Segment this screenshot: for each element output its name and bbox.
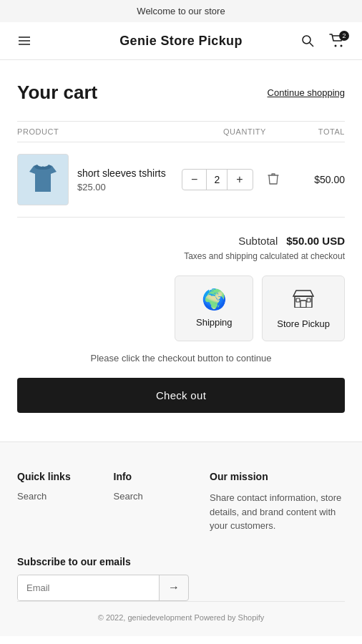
store-title: Genie Store Pickup — [119, 34, 243, 49]
subscribe-section: Subscribe to our emails → — [17, 556, 345, 601]
decrease-qty-button[interactable]: − — [182, 170, 206, 190]
subtotal-value: $50.00 USD — [286, 235, 345, 247]
product-price: $25.00 — [77, 182, 173, 192]
tax-note: Taxes and shipping calculated at checkou… — [17, 251, 345, 261]
footer-info-search[interactable]: Search — [114, 491, 182, 502]
product-image — [17, 154, 69, 205]
svg-rect-8 — [300, 301, 306, 308]
main-content: Your cart Continue shopping PRODUCT QUAN… — [0, 60, 362, 441]
footer-col-mission: Our mission Share contact information, s… — [210, 471, 345, 533]
svg-rect-9 — [296, 298, 300, 302]
header: Genie Store Pickup 2 — [0, 22, 362, 60]
footer-quick-links-search[interactable]: Search — [17, 491, 85, 502]
footer-col-info: Info Search — [114, 471, 182, 533]
footer-quick-links-title: Quick links — [17, 471, 85, 482]
pickup-option-label: Store Pickup — [277, 318, 330, 329]
footer-info-title: Info — [114, 471, 182, 482]
cart-button[interactable]: 2 — [326, 31, 348, 51]
email-submit-button[interactable]: → — [159, 575, 188, 600]
svg-point-6 — [341, 45, 343, 47]
footer: Quick links Search Info Search Our missi… — [0, 441, 362, 636]
svg-rect-10 — [307, 298, 310, 302]
footer-col-quick-links: Quick links Search — [17, 471, 85, 533]
search-button[interactable] — [298, 31, 318, 51]
store-icon — [292, 288, 315, 313]
footer-mission-text: Share contact information, store details… — [210, 491, 345, 533]
quantity-value: 2 — [206, 170, 228, 190]
delete-item-button[interactable] — [262, 168, 285, 192]
shipping-option-shipping[interactable]: 🌍 Shipping — [175, 275, 253, 341]
table-headers: PRODUCT QUANTITY TOTAL — [17, 121, 345, 142]
banner-text: Welcome to our store — [137, 6, 225, 16]
subtotal-row: Subtotal $50.00 USD — [17, 235, 345, 247]
subtotal-label: Subtotal — [238, 235, 278, 247]
increase-qty-button[interactable]: + — [228, 170, 251, 190]
svg-point-5 — [335, 45, 337, 47]
footer-mission-title: Our mission — [210, 471, 345, 482]
product-info: short sleeves tshirts $25.00 — [77, 167, 173, 192]
email-form: → — [17, 575, 189, 601]
cart-badge: 2 — [339, 31, 349, 41]
item-right: − 2 + $50.00 — [182, 168, 345, 192]
search-icon — [300, 34, 315, 48]
item-total: $50.00 — [288, 174, 345, 185]
header-left — [14, 31, 50, 51]
shipping-options: 🌍 Shipping Store Pickup — [17, 275, 345, 341]
store-building-icon — [292, 288, 315, 308]
subscribe-title: Subscribe to our emails — [17, 556, 345, 567]
quantity-controls: − 2 + — [182, 169, 253, 190]
menu-button[interactable] — [14, 31, 34, 51]
col-total-header: TOTAL — [288, 127, 345, 136]
email-input[interactable] — [18, 575, 159, 600]
footer-bottom: © 2022, geniedevelopment Powered by Shop… — [17, 601, 345, 622]
checkout-button[interactable]: Check out — [17, 378, 345, 413]
top-banner: Welcome to our store — [0, 0, 362, 22]
col-quantity-header: QUANTITY — [202, 127, 288, 136]
trash-icon — [268, 172, 279, 185]
col-product-header: PRODUCT — [17, 127, 202, 136]
shipping-option-label: Shipping — [196, 317, 233, 328]
footer-columns: Quick links Search Info Search Our missi… — [17, 471, 345, 533]
cart-item: short sleeves tshirts $25.00 − 2 + $50.0… — [17, 142, 345, 218]
checkout-message: Please click the checkout button to cont… — [17, 353, 345, 364]
continue-shopping-link[interactable]: Continue shopping — [268, 87, 345, 98]
footer-copyright: © 2022, geniedevelopment Powered by Shop… — [98, 613, 265, 622]
cart-icon-wrapper: 2 — [329, 34, 345, 48]
header-right: 2 — [312, 31, 348, 51]
cart-title: Your cart — [17, 82, 97, 104]
svg-point-3 — [303, 36, 310, 44]
hamburger-icon — [17, 34, 31, 48]
globe-icon: 🌍 — [202, 288, 227, 311]
product-name: short sleeves tshirts — [77, 167, 173, 179]
svg-line-4 — [310, 43, 313, 47]
shipping-option-pickup[interactable]: Store Pickup — [262, 275, 345, 341]
product-shirt-svg — [24, 160, 62, 199]
cart-header: Your cart Continue shopping — [17, 82, 345, 104]
subtotal-section: Subtotal $50.00 USD Taxes and shipping c… — [17, 235, 345, 413]
